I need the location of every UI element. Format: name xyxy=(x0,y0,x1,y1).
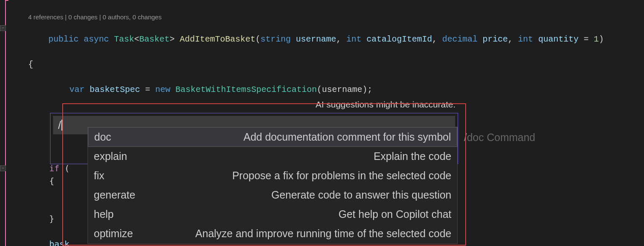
ai-warning-text: AI suggestions might be inaccurate. xyxy=(50,99,458,110)
keyword-public: public xyxy=(48,34,79,44)
suggestion-fix[interactable]: fix Propose a fix for problems in the se… xyxy=(88,166,457,186)
type-task: Task xyxy=(114,34,134,44)
command-suggestions[interactable]: doc Add documentation comment for this s… xyxy=(87,127,458,244)
suggestion-generate[interactable]: generate Generate code to answer this qu… xyxy=(88,186,457,205)
suggestion-doc[interactable]: doc Add documentation comment for this s… xyxy=(88,127,457,147)
type-basket: Basket xyxy=(139,34,170,44)
method-name: AddItemToBasket xyxy=(180,34,255,44)
codelens-info[interactable]: 4 references | 0 changes | 0 authors, 0 … xyxy=(28,13,644,21)
suggestion-help[interactable]: help Get help on Copilot chat xyxy=(88,205,457,224)
suggestion-explain[interactable]: explain Explain the code xyxy=(88,147,457,166)
input-value: / xyxy=(58,119,61,132)
keyword-async: async xyxy=(84,34,109,44)
text-cursor xyxy=(61,120,62,131)
background-code: if ( { } bask xyxy=(28,162,69,246)
command-hint: /doc Command xyxy=(464,131,535,144)
suggestion-optimize[interactable]: optimize Analyze and improve running tim… xyxy=(88,224,457,243)
method-signature: public async Task<Basket> AddItemToBaske… xyxy=(28,21,644,58)
brace-open: { xyxy=(28,58,644,71)
